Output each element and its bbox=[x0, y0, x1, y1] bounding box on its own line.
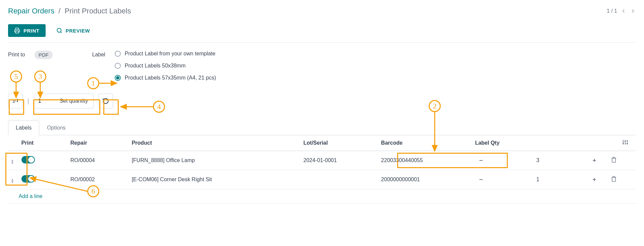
table-settings-button[interactable] bbox=[622, 139, 628, 145]
cell-barcode: 2000000000001 bbox=[378, 170, 472, 189]
breadcrumb-current: Print Product Labels bbox=[65, 7, 131, 15]
radio-circle-icon bbox=[115, 63, 121, 69]
qty-decrease-button[interactable] bbox=[475, 155, 487, 166]
qty-stepper: 3 bbox=[475, 155, 600, 166]
radio-circle-icon bbox=[115, 51, 121, 57]
minus-icon bbox=[478, 177, 484, 182]
undo-icon bbox=[102, 98, 109, 104]
table-row-add: Add a line bbox=[8, 189, 636, 204]
tab-options[interactable]: Options bbox=[39, 120, 73, 135]
pager-prev[interactable] bbox=[621, 8, 627, 14]
cell-product[interactable]: [FURN_8888] Office Lamp bbox=[129, 151, 301, 170]
add-line-button[interactable]: Add a line bbox=[19, 193, 43, 199]
sliders-icon bbox=[622, 139, 628, 145]
printer-icon bbox=[14, 28, 20, 34]
trash-icon bbox=[611, 176, 617, 182]
qty-decrease-button[interactable] bbox=[475, 174, 487, 185]
breadcrumb-row: Repair Orders / Print Product Labels 1 /… bbox=[8, 0, 636, 21]
table-row: ▲▼ RO/00002 [E-COM06] Corner Desk Right … bbox=[8, 170, 636, 189]
print-to-label: Print to bbox=[8, 51, 25, 58]
quantity-input[interactable] bbox=[34, 94, 54, 108]
print-to-value[interactable]: PDF bbox=[35, 51, 53, 59]
qty-value[interactable]: 3 bbox=[487, 157, 588, 163]
drag-handle[interactable]: ▲▼ bbox=[11, 178, 14, 184]
header-repair: Repair bbox=[68, 135, 129, 151]
preview-button[interactable]: PREVIEW bbox=[54, 24, 93, 37]
delete-row-button[interactable] bbox=[611, 176, 617, 182]
qty-value[interactable]: 1 bbox=[487, 177, 588, 183]
table-row: ▲▼ RO/00004 [FURN_8888] Office Lamp 2024… bbox=[8, 151, 636, 170]
radio-option-50x38[interactable]: Product Labels 50x38mm bbox=[115, 63, 216, 69]
radio-option-own-template[interactable]: Product Label from your own template bbox=[115, 51, 216, 57]
cell-product[interactable]: [E-COM06] Corner Desk Right Sit bbox=[129, 170, 301, 189]
drag-handle[interactable]: ▲▼ bbox=[11, 159, 14, 164]
breadcrumb-sep: / bbox=[58, 7, 60, 15]
label-radio-group: Product Label from your own template Pro… bbox=[115, 51, 216, 81]
svg-rect-0 bbox=[16, 31, 19, 33]
cell-repair: RO/00002 bbox=[68, 170, 129, 189]
header-lot: Lot/Serial bbox=[301, 135, 379, 151]
print-button[interactable]: PRINT bbox=[8, 24, 46, 37]
labels-table: Print Repair Product Lot/Serial Barcode … bbox=[8, 135, 636, 204]
svg-line-2 bbox=[60, 32, 61, 33]
qty-stepper: 1 bbox=[475, 174, 600, 185]
sort-button[interactable] bbox=[8, 94, 23, 108]
cell-barcode: 22003300440055 bbox=[378, 151, 472, 170]
action-bar: PRINT PREVIEW bbox=[8, 21, 636, 43]
search-icon bbox=[56, 28, 62, 34]
cell-lot[interactable] bbox=[301, 170, 379, 189]
delete-row-button[interactable] bbox=[611, 157, 617, 163]
plus-icon bbox=[592, 158, 597, 163]
radio-option-label: Product Labels 50x38mm bbox=[125, 63, 185, 69]
trash-icon bbox=[611, 157, 617, 163]
breadcrumb: Repair Orders / Print Product Labels bbox=[8, 7, 131, 15]
pager-text: 1 / 1 bbox=[607, 8, 617, 14]
print-toggle[interactable] bbox=[21, 156, 35, 163]
svg-point-1 bbox=[57, 28, 61, 32]
tabs: Labels Options bbox=[8, 120, 636, 135]
radio-option-label: Product Labels 57x35mm (A4, 21 pcs) bbox=[125, 75, 216, 81]
cell-repair: RO/00004 bbox=[68, 151, 129, 170]
pager-next[interactable] bbox=[630, 8, 636, 14]
reset-button[interactable] bbox=[98, 94, 113, 108]
cell-lot[interactable]: 2024-01-0001 bbox=[301, 151, 379, 170]
header-product: Product bbox=[129, 135, 301, 151]
controls-row: | Set quantity bbox=[8, 94, 636, 108]
sort-desc-icon bbox=[12, 98, 19, 104]
header-print: Print bbox=[19, 135, 68, 151]
print-toggle[interactable] bbox=[21, 175, 35, 183]
qty-increase-button[interactable] bbox=[588, 155, 600, 166]
header-barcode: Barcode bbox=[378, 135, 472, 151]
radio-circle-icon bbox=[115, 75, 121, 81]
set-quantity-group: Set quantity bbox=[34, 94, 94, 108]
plus-icon bbox=[592, 177, 597, 182]
preview-button-label: PREVIEW bbox=[66, 28, 90, 34]
minus-icon bbox=[478, 158, 484, 163]
divider: | bbox=[28, 98, 29, 105]
chevron-right-icon bbox=[630, 8, 636, 14]
chevron-left-icon bbox=[621, 8, 627, 14]
tab-labels[interactable]: Labels bbox=[8, 120, 39, 135]
print-button-label: PRINT bbox=[23, 28, 40, 34]
pager: 1 / 1 bbox=[607, 8, 636, 14]
radio-option-label: Product Label from your own template bbox=[125, 51, 215, 57]
header-label-qty: Label Qty bbox=[472, 135, 603, 151]
label-field-label: Label bbox=[92, 51, 105, 58]
set-quantity-button[interactable]: Set quantity bbox=[54, 94, 94, 108]
radio-option-57x35[interactable]: Product Labels 57x35mm (A4, 21 pcs) bbox=[115, 75, 216, 81]
breadcrumb-root[interactable]: Repair Orders bbox=[8, 7, 54, 15]
qty-increase-button[interactable] bbox=[588, 174, 600, 185]
